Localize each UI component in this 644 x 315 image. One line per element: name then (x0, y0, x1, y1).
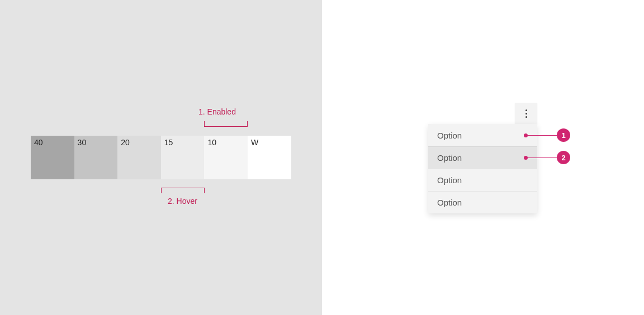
overflow-menu-example: Option Option Option Option (428, 103, 537, 213)
swatch-label: 30 (78, 138, 87, 147)
swatch-label: 10 (207, 138, 216, 147)
swatch-row: 40 30 20 15 10 W (31, 136, 291, 179)
menu-item[interactable]: Option (428, 169, 537, 191)
menu-item[interactable]: Option (428, 124, 537, 146)
bracket-icon (204, 121, 248, 127)
swatch-20: 20 (117, 136, 161, 179)
swatch-label: 20 (121, 138, 130, 147)
annotation-enabled: 1. Enabled (198, 107, 236, 116)
menu-item-label: Option (437, 153, 462, 163)
menu-item[interactable]: Option (428, 191, 537, 213)
menu-item-label: Option (437, 131, 462, 140)
swatch-40: 40 (31, 136, 74, 179)
overflow-menu: Option Option Option Option (428, 124, 537, 213)
swatch-15: 15 (161, 136, 205, 179)
swatch-30: 30 (74, 136, 118, 179)
callout-badge-2: 2 (557, 151, 570, 164)
swatch-label: 15 (164, 138, 173, 147)
menu-item-label: Option (437, 198, 462, 207)
kebab-button[interactable] (515, 103, 537, 124)
more-vertical-icon (525, 108, 527, 118)
swatch-label: W (251, 138, 258, 147)
swatch-10: 10 (204, 136, 248, 179)
swatch-w: W (248, 136, 291, 179)
swatch-label: 40 (34, 138, 43, 147)
menu-item-label: Option (437, 175, 462, 185)
callout-lead (525, 135, 557, 136)
callout-lead (525, 157, 557, 158)
bracket-icon (161, 188, 205, 193)
palette-panel: 40 30 20 15 10 W 1. Enabled 2. Hover (0, 0, 322, 315)
callout-badge-1: 1 (557, 128, 570, 142)
menu-item[interactable]: Option (428, 146, 537, 169)
annotation-hover: 2. Hover (168, 197, 197, 206)
